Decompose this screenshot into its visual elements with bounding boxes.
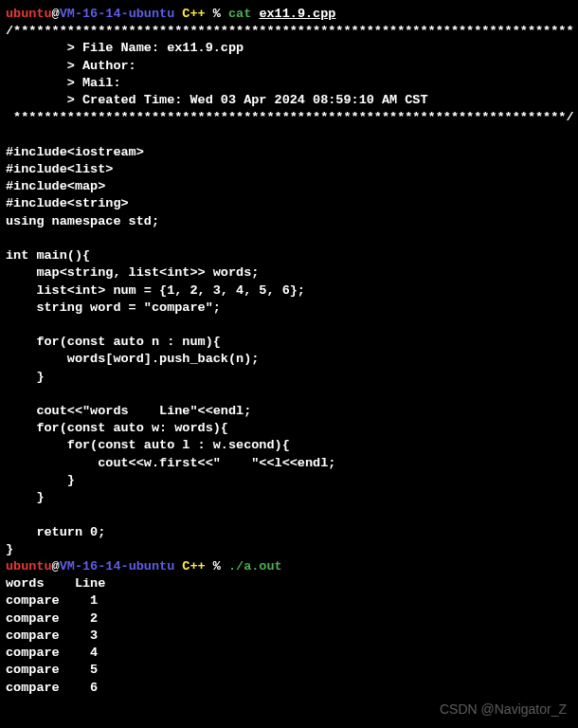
prompt-percent: % [206,559,228,573]
prompt-user: ubuntu [6,559,52,573]
prompt-user: ubuntu [6,7,52,21]
prompt-host: VM-16-14-ubuntu [60,559,175,573]
command-arg-filename: ex11.9.cpp [259,7,335,21]
prompt-at: @ [52,559,60,573]
prompt-path: C++ [174,7,205,21]
prompt-percent: % [206,7,228,21]
program-output: words Line compare 1 compare 2 compare 3… [6,575,572,697]
command-run: ./a.out [228,559,282,573]
prompt-path: C++ [174,559,205,573]
prompt-host: VM-16-14-ubuntu [60,7,175,21]
prompt-at: @ [52,7,60,21]
command-cat: cat [228,7,259,21]
prompt-line-1[interactable]: ubuntu@VM-16-14-ubuntu C++ % cat ex11.9.… [6,6,572,23]
prompt-line-2[interactable]: ubuntu@VM-16-14-ubuntu C++ % ./a.out [6,558,572,575]
source-code-output: /***************************************… [6,23,572,558]
watermark-text: CSDN @Navigator_Z [440,701,567,719]
